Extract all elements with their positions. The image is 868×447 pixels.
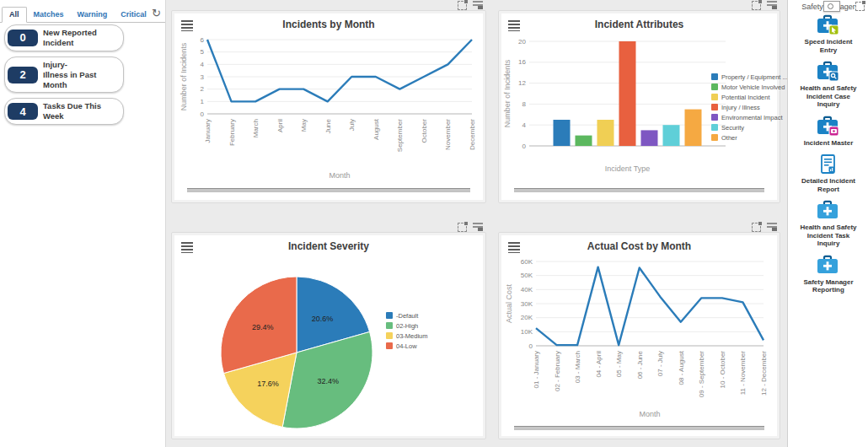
- chart-card: Incidents by Month 0123456JanuaryFebruar…: [171, 10, 486, 203]
- kpi-item[interactable]: 2 Injury-Illness in Past Month: [4, 57, 124, 94]
- svg-text:2: 2: [201, 85, 205, 93]
- svg-text:5: 5: [201, 48, 205, 56]
- svg-text:6: 6: [201, 36, 205, 44]
- chart-card-incidents-by-month: Incidents by Month 0123456JanuaryFebruar…: [171, 10, 486, 203]
- legend-item[interactable]: Property / Equipment ...: [711, 73, 788, 81]
- legend-label: Property / Equipment ...: [721, 73, 788, 81]
- chart-hscrollbar[interactable]: [514, 426, 764, 430]
- chart-hscrollbar[interactable]: [514, 188, 764, 192]
- kpi-count-badge: 4: [8, 103, 38, 120]
- svg-text:4: 4: [201, 61, 205, 68]
- legend-item[interactable]: -Default: [386, 312, 428, 320]
- sidebar-item-health-and-safety-incident-task-inquiry[interactable]: Health and Safety Incident Task Inquiry: [797, 200, 860, 248]
- chart-card-actual-cost: Actual Cost by Month 010K20K30K40K50K60K…: [498, 232, 780, 439]
- legend-swatch-icon: [386, 322, 393, 329]
- export-icon[interactable]: [473, 1, 483, 9]
- maximize-icon[interactable]: [752, 223, 761, 232]
- legend-item[interactable]: Security: [711, 124, 788, 132]
- kpi-list: 0 New Reported Incident2 Injury-Illness …: [4, 24, 124, 125]
- line-chart-incidents-by-month: 0123456JanuaryFebruaryMarchAprilMayJuneJ…: [179, 33, 480, 188]
- legend-label: Potential Incident: [721, 94, 770, 101]
- svg-text:Incident Type: Incident Type: [605, 164, 650, 173]
- card-toolbar: [752, 0, 777, 10]
- legend-item[interactable]: Motor Vehicle Involved: [711, 83, 788, 91]
- svg-text:05 - May: 05 - May: [615, 351, 623, 377]
- document-icon: [816, 153, 841, 175]
- svg-text:11 - November: 11 - November: [739, 351, 747, 396]
- sidebar-item-detailed-incident-report[interactable]: Detailed Incident Report: [797, 153, 860, 193]
- legend-item[interactable]: Injury / Illness: [711, 104, 788, 111]
- svg-text:3: 3: [201, 73, 205, 81]
- svg-text:Number of Incidents: Number of Incidents: [179, 42, 188, 110]
- svg-text:20: 20: [518, 38, 526, 46]
- svg-text:August: August: [372, 118, 380, 140]
- svg-text:December: December: [469, 119, 476, 150]
- svg-text:May: May: [300, 119, 308, 132]
- briefcase-search-icon: [816, 61, 841, 83]
- sidebar-item-label: Health and Safety Incident Task Inquiry: [797, 224, 860, 248]
- card-toolbar: [458, 222, 483, 232]
- maximize-icon[interactable]: [752, 1, 761, 10]
- export-icon[interactable]: [767, 1, 777, 9]
- svg-text:20K: 20K: [521, 314, 533, 321]
- svg-text:June: June: [324, 118, 332, 133]
- svg-text:30K: 30K: [521, 300, 533, 308]
- kpi-item[interactable]: 0 New Reported Incident: [4, 24, 124, 51]
- legend-item[interactable]: Other: [711, 134, 788, 142]
- legend-item[interactable]: Potential Incident: [711, 94, 788, 101]
- svg-text:Actual Cost: Actual Cost: [505, 283, 513, 323]
- legend-swatch-icon: [386, 342, 393, 349]
- legend-label: 02-High: [396, 322, 418, 330]
- sidebar-item-speed-incident-entry[interactable]: Speed Incident Entry: [797, 14, 860, 54]
- alert-tabs: AllMatchesWarningCritical: [0, 8, 165, 23]
- chart-title: Incidents by Month: [172, 19, 485, 30]
- tab-warning[interactable]: Warning: [71, 8, 115, 22]
- export-icon[interactable]: [473, 223, 483, 231]
- legend-swatch-icon: [386, 332, 393, 339]
- svg-text:0: 0: [522, 143, 527, 150]
- safety-manager-sidebar: Safety Manager Speed Incident Entry Heal…: [787, 0, 868, 447]
- kpi-label: New Reported Incident: [43, 28, 118, 48]
- legend-swatch-icon: [711, 134, 718, 141]
- svg-text:50K: 50K: [521, 272, 533, 279]
- pie-chart-incident-severity: 20.6%32.4%17.6%29.4%: [177, 256, 388, 439]
- svg-text:1: 1: [201, 98, 205, 105]
- maximize-icon[interactable]: [458, 1, 467, 10]
- chart-title: Actual Cost by Month: [499, 240, 780, 252]
- chart-title: Incident Severity: [172, 240, 485, 252]
- svg-text:12: 12: [518, 79, 526, 87]
- svg-text:06 - June: 06 - June: [636, 350, 644, 379]
- svg-text:16: 16: [518, 58, 526, 66]
- refresh-icon[interactable]: ↻: [152, 8, 161, 19]
- sidebar-item-label: Speed Incident Entry: [797, 38, 860, 54]
- chart-hscrollbar[interactable]: [187, 188, 470, 192]
- line-chart-actual-cost: 010K20K30K40K50K60K01 - January02 - Febr…: [504, 255, 775, 427]
- legend-item[interactable]: Environmental Impact: [711, 114, 788, 121]
- svg-text:0: 0: [201, 110, 205, 118]
- legend-label: -Default: [396, 312, 418, 320]
- legend-label: Other: [721, 134, 737, 142]
- tab-all[interactable]: All: [2, 7, 27, 23]
- sidebar-item-safety-manager-reporting[interactable]: Safety Manager Reporting: [797, 255, 860, 294]
- sidebar-item-incident-master[interactable]: Incident Master: [797, 116, 860, 148]
- svg-text:4: 4: [522, 121, 527, 129]
- legend-item[interactable]: 04-Low: [386, 342, 428, 350]
- sidebar-search-popup[interactable]: [823, 1, 840, 12]
- tab-critical[interactable]: Critical: [114, 8, 153, 22]
- maximize-icon[interactable]: [855, 2, 865, 11]
- chart-card-incident-severity: Incident Severity 20.6%32.4%17.6%29.4% -…: [171, 232, 486, 439]
- bar-chart-legend: Property / Equipment ... Motor Vehicle I…: [711, 72, 788, 143]
- svg-text:October: October: [421, 119, 428, 143]
- legend-swatch-icon: [711, 94, 718, 100]
- svg-text:Month: Month: [329, 171, 350, 180]
- legend-item[interactable]: 03-Medium: [386, 332, 428, 340]
- kpi-item[interactable]: 4 Tasks Due This Week: [4, 98, 124, 125]
- svg-text:February: February: [228, 119, 236, 146]
- sidebar-item-health-and-safety-incident-case-inquiry[interactable]: Health and Safety Incident Case Inquiry: [797, 61, 860, 109]
- tab-matches[interactable]: Matches: [27, 8, 71, 22]
- legend-swatch-icon: [711, 73, 718, 80]
- export-icon[interactable]: [767, 223, 777, 231]
- legend-swatch-icon: [711, 124, 718, 131]
- maximize-icon[interactable]: [458, 223, 467, 232]
- legend-item[interactable]: 02-High: [386, 322, 428, 330]
